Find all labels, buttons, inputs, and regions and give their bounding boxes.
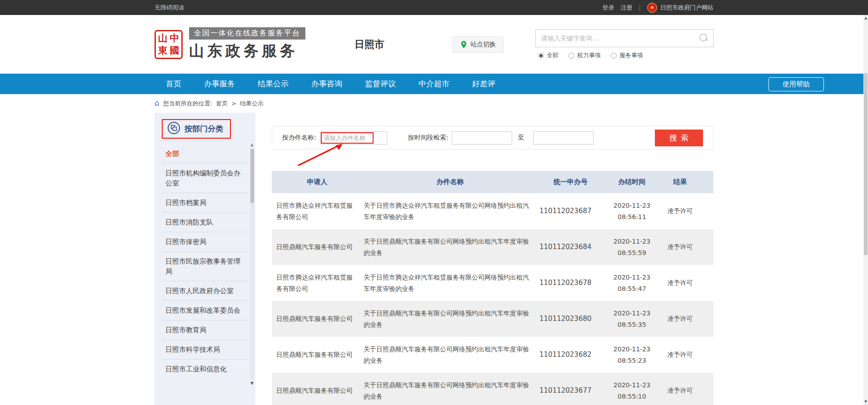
main-nav: 首页办事服务结果公示办事咨询监督评议中介超市好差评 使用帮助: [0, 74, 868, 94]
finish-date: 2020-11-23: [604, 308, 660, 319]
finish-clock: 08:56:11: [604, 211, 660, 223]
breadcrumb-sep: >: [231, 100, 236, 107]
cell-applicant: 日照鼎顺汽车服务有限公司: [272, 308, 363, 330]
sidebar-item-7[interactable]: 日照市人民政府办公室: [155, 281, 255, 300]
column-header-3: 统一申办号: [538, 171, 604, 193]
nav-item-7[interactable]: 好差评: [461, 74, 507, 94]
radio-label: 权力事项: [577, 51, 601, 60]
portal-label: 日照市政府门户网站: [660, 4, 713, 12]
scroll-up-icon[interactable]: ▲: [249, 143, 254, 147]
nav-item-2[interactable]: 办事服务: [193, 74, 246, 94]
sidebar-item-2[interactable]: 日照市机构编制委员会办公室: [155, 164, 255, 193]
topbar-divider: |: [639, 4, 641, 11]
cell-applicant: 日照鼎顺汽车服务有限公司: [272, 380, 363, 402]
seal-char: 國: [170, 46, 180, 55]
table-row-3[interactable]: 日照市腾达众祥汽车租赁服务有限公司关于日照市腾达众祥汽车租赁服务有限公司网络预约…: [272, 265, 713, 301]
cell-item-title: 关于日照鼎顺汽车服务有限公司网络预约出租汽车年度审验的业务: [363, 230, 538, 264]
sidebar-item-3[interactable]: 日照市档案局: [155, 193, 255, 212]
radio-dot-icon: [611, 53, 617, 59]
department-list: 全部日照市机构编制委员会办公室日照市档案局日照市消防支队日照市保密局日照市民族宗…: [155, 142, 255, 379]
cell-applicant: 日照市腾达众祥汽车租赁服务有限公司: [272, 195, 363, 228]
cell-item-title: 关于日照鼎顺汽车服务有限公司网络预约出租汽车年度审验的业务: [363, 338, 538, 372]
cell-application-number: 110112023677: [538, 385, 604, 396]
table-row-5[interactable]: 日照鼎顺汽车服务有限公司关于日照鼎顺汽车服务有限公司网络预约出租汽车年度审验的业…: [272, 337, 713, 373]
page-scroll-down-icon[interactable]: ▼: [863, 400, 868, 404]
accessibility-link[interactable]: 无障碍阅读: [155, 4, 184, 12]
site-switch-label: 站点切换: [470, 40, 496, 49]
cell-finish-time: 2020-11-2308:55:47: [604, 272, 660, 295]
keyword-search-input[interactable]: [535, 29, 713, 47]
main-panel: 按办件名称: 按时间段检索: 至 搜索: [272, 113, 713, 405]
nav-item-3[interactable]: 结果公示: [246, 74, 300, 94]
sidebar-item-8[interactable]: 日照市发展和改革委员会: [155, 301, 255, 320]
cell-result: 准予许可: [660, 385, 700, 396]
results-table: 申请人办件名称统一申办号办结时间结果 日照市腾达众祥汽车租赁服务有限公司关于日照…: [272, 171, 713, 405]
sidebar-title: 按部门分类: [185, 124, 223, 134]
sidebar-item-10[interactable]: 日照市科学技术局: [155, 340, 255, 359]
brand-title: 山东政务服务: [189, 41, 305, 61]
cell-application-number: 110112023687: [538, 205, 604, 217]
nav-menu: 首页办事服务结果公示办事咨询监督评议中介超市好差评: [155, 74, 713, 94]
portal-link[interactable]: ★ 日照市政府门户网站: [647, 3, 713, 13]
cell-applicant: 日照市腾达众祥汽车租赁服务有限公司: [272, 266, 363, 300]
logo[interactable]: 山 中 東 國 全国一体化在线政务服务平台 山东政务服务: [155, 27, 305, 61]
radio-option-1[interactable]: 全部: [538, 51, 559, 60]
finish-clock: 08:55:47: [604, 283, 660, 295]
page-scrollbar-thumb[interactable]: [864, 73, 868, 255]
cell-item-title: 关于日照市腾达众祥汽车租赁服务有限公司网络预约出租汽车年度审验的业务: [363, 266, 538, 300]
nav-item-4[interactable]: 办事咨询: [300, 74, 354, 94]
cell-item-title: 关于日照鼎顺汽车服务有限公司网络预约出租汽车年度审验的业务: [363, 302, 538, 336]
cell-item-title: 关于日照市腾达众祥汽车租赁服务有限公司网络预约出租汽车年度审验的业务: [363, 195, 538, 228]
cell-result: 准予许可: [660, 205, 700, 217]
sidebar-item-11[interactable]: 日照市工业和信息化: [155, 360, 255, 379]
sidebar-item-5[interactable]: 日照市保密局: [155, 232, 255, 251]
sidebar-item-4[interactable]: 日照市消防支队: [155, 213, 255, 232]
table-row-2[interactable]: 日照鼎顺汽车服务有限公司关于日照鼎顺汽车服务有限公司网络预约出租汽车年度审验的业…: [272, 229, 713, 265]
category-icon: [167, 121, 180, 136]
scrollbar-thumb[interactable]: [250, 149, 254, 203]
national-emblem-icon: ★: [647, 3, 657, 13]
help-button[interactable]: 使用帮助: [768, 77, 824, 91]
finish-date: 2020-11-23: [604, 344, 660, 355]
sidebar-item-6[interactable]: 日照市民族宗教事务管理局: [155, 252, 255, 281]
sidebar-title-highlight-box: 按部门分类: [162, 119, 231, 139]
finish-clock: 08:55:35: [604, 319, 660, 330]
table-body: 日照市腾达众祥汽车租赁服务有限公司关于日照市腾达众祥汽车租赁服务有限公司网络预约…: [272, 193, 713, 405]
platform-tag: 全国一体化在线政务服务平台: [189, 27, 305, 40]
nav-item-1[interactable]: 首页: [155, 74, 193, 94]
cell-item-title: 关于日照鼎顺汽车服务有限公司网络预约出租汽车年度审验的业务: [363, 374, 538, 405]
cell-result: 准予许可: [660, 241, 700, 253]
sidebar-item-1[interactable]: 全部: [155, 144, 255, 163]
item-name-input[interactable]: [320, 131, 387, 145]
cell-application-number: 110112023678: [538, 277, 604, 289]
topbar: 无障碍阅读 登录 注册 | ★ 日照市政府门户网站: [0, 0, 868, 15]
sidebar-item-9[interactable]: 日照市教育局: [155, 320, 255, 340]
table-row-4[interactable]: 日照鼎顺汽车服务有限公司关于日照鼎顺汽车服务有限公司网络预约出租汽车年度审验的业…: [272, 301, 713, 337]
page: 无障碍阅读 登录 注册 | ★ 日照市政府门户网站 山 中 東 國: [0, 0, 868, 405]
login-link[interactable]: 登录: [603, 4, 614, 12]
cell-finish-time: 2020-11-2308:55:23: [604, 344, 660, 366]
date-to-input[interactable]: [533, 131, 594, 145]
register-link[interactable]: 注册: [621, 4, 633, 12]
cell-finish-time: 2020-11-2308:55:59: [604, 236, 660, 259]
page-scroll-up-icon[interactable]: ▲: [863, 16, 868, 20]
search-icon[interactable]: [699, 33, 708, 42]
table-row-6[interactable]: 日照鼎顺汽车服务有限公司关于日照鼎顺汽车服务有限公司网络预约出租汽车年度审验的业…: [272, 373, 713, 405]
seal-char: 東: [158, 46, 168, 55]
cell-finish-time: 2020-11-2308:56:11: [604, 200, 660, 223]
content: 按部门分类 全部日照市机构编制委员会办公室日照市档案局日照市消防支队日照市保密局…: [0, 113, 868, 405]
scroll-down-icon[interactable]: ▼: [249, 381, 254, 385]
finish-clock: 08:55:10: [604, 391, 660, 402]
breadcrumb-home[interactable]: 首页: [216, 100, 228, 108]
radio-option-2[interactable]: 权力事项: [569, 51, 601, 60]
breadcrumb-prefix: 您当前所在的位置:: [163, 100, 212, 108]
table-row-1[interactable]: 日照市腾达众祥汽车租赁服务有限公司关于日照市腾达众祥汽车租赁服务有限公司网络预约…: [272, 193, 713, 229]
nav-item-5[interactable]: 监督评议: [354, 74, 407, 94]
site-switch-button[interactable]: 站点切换: [453, 36, 504, 53]
search-button[interactable]: 搜索: [655, 130, 703, 146]
finish-date: 2020-11-23: [604, 380, 660, 391]
finish-date: 2020-11-23: [604, 236, 660, 247]
radio-option-3[interactable]: 服务事项: [611, 51, 643, 60]
nav-item-6[interactable]: 中介超市: [407, 74, 461, 94]
date-from-input[interactable]: [452, 131, 512, 145]
